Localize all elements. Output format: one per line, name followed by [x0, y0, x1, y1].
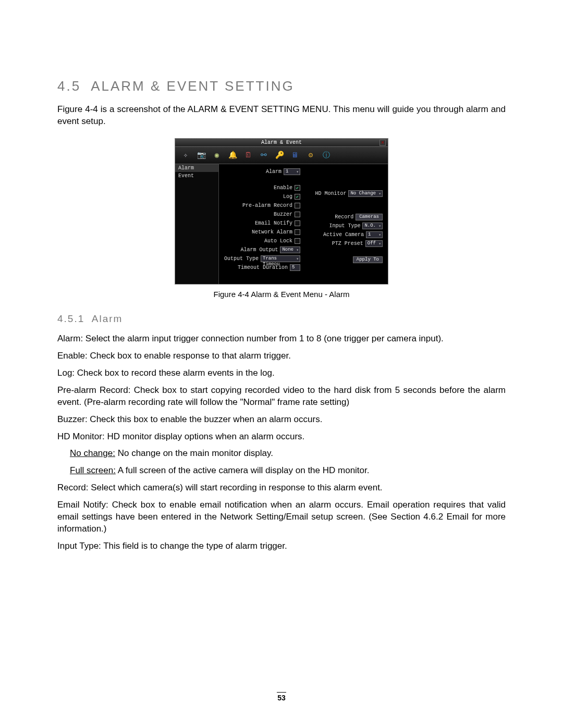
sidebar-item-alarm[interactable]: Alarm — [175, 164, 218, 172]
wand-icon[interactable]: ✧ — [179, 149, 192, 162]
dropdown[interactable]: None — [280, 246, 300, 253]
alarm-event-window: Alarm & Event × ✧ 📷 ◉ 🔔 🗓 ⚯ 🔑 🖥 ⚙ ⓘ Alar… — [175, 138, 388, 285]
field-label: Network Alarm — [252, 229, 292, 235]
field-label: Active Camera — [323, 232, 364, 238]
checkbox[interactable] — [295, 203, 300, 208]
checkbox[interactable]: ✔ — [295, 194, 300, 200]
window-titlebar: Alarm & Event × — [175, 139, 388, 147]
field-label: HD Monitor — [315, 191, 346, 196]
checkbox[interactable] — [295, 220, 300, 226]
field-label: Output Type — [224, 256, 259, 262]
disc-icon[interactable]: ◉ — [211, 149, 223, 162]
field-label: Enable — [274, 185, 292, 191]
main-panel: Alarm1Enable✔Log✔Pre-alarm RecordBuzzerE… — [219, 164, 388, 284]
button[interactable]: Apply To — [353, 256, 383, 263]
field-label: Auto Lock — [264, 238, 292, 244]
dropdown[interactable]: Trans Timeou — [261, 255, 300, 262]
key-icon[interactable]: 🔑 — [273, 149, 286, 162]
sidebar-item-event[interactable]: Event — [175, 172, 218, 180]
calendar-icon[interactable]: 🗓 — [242, 149, 254, 162]
button[interactable]: Cameras — [356, 214, 383, 220]
window-title: Alarm & Event — [261, 140, 302, 145]
intro-paragraph: Figure 4-4 is a screenshot of the ALARM … — [57, 104, 506, 128]
section-title: 4.5 ALARM & EVENT SETTING — [57, 78, 506, 94]
dropdown[interactable]: No Change — [348, 190, 383, 197]
field-label: Record — [335, 214, 353, 220]
field-label: Alarm Output — [240, 247, 278, 253]
close-icon[interactable]: × — [380, 140, 386, 146]
checkbox[interactable] — [295, 238, 300, 244]
field-label: Email Notify — [255, 220, 292, 226]
toolbar: ✧ 📷 ◉ 🔔 🗓 ⚯ 🔑 🖥 ⚙ ⓘ — [175, 147, 388, 164]
camera-icon[interactable]: 📷 — [195, 149, 207, 162]
info-icon[interactable]: ⓘ — [320, 149, 333, 162]
monitor-icon[interactable]: 🖥 — [289, 149, 301, 162]
dropdown[interactable]: 1 — [284, 168, 300, 175]
field-label: Log — [283, 194, 292, 200]
text-input[interactable]: 5 — [290, 264, 300, 271]
dropdown[interactable]: Off — [365, 240, 383, 247]
field-label: PTZ Preset — [332, 241, 363, 246]
figure-container: Alarm & Event × ✧ 📷 ◉ 🔔 🗓 ⚯ 🔑 🖥 ⚙ ⓘ Alar… — [57, 138, 506, 285]
bell-icon[interactable]: 🔔 — [226, 149, 239, 162]
dropdown[interactable]: 1 — [366, 231, 383, 238]
gear-icon[interactable]: ⚙ — [304, 149, 317, 162]
subsection-title: 4.5.1 Alarm — [57, 313, 506, 325]
checkbox[interactable] — [295, 212, 300, 217]
dropdown[interactable]: N.O. — [362, 223, 383, 229]
sidebar: Alarm Event — [175, 164, 219, 284]
figure-caption: Figure 4-4 Alarm & Event Menu - Alarm — [57, 290, 506, 299]
checkbox[interactable]: ✔ — [295, 185, 300, 191]
field-label: Input Type — [329, 223, 360, 229]
field-label: Alarm — [266, 169, 282, 175]
field-label: Buzzer — [274, 212, 292, 217]
checkbox[interactable] — [295, 229, 300, 235]
field-label: Pre-alarm Record — [242, 203, 292, 208]
definitions: Alarm: Select the alarm input trigger co… — [57, 333, 506, 552]
network-icon[interactable]: ⚯ — [258, 149, 270, 162]
page-number: 53 — [0, 692, 563, 702]
